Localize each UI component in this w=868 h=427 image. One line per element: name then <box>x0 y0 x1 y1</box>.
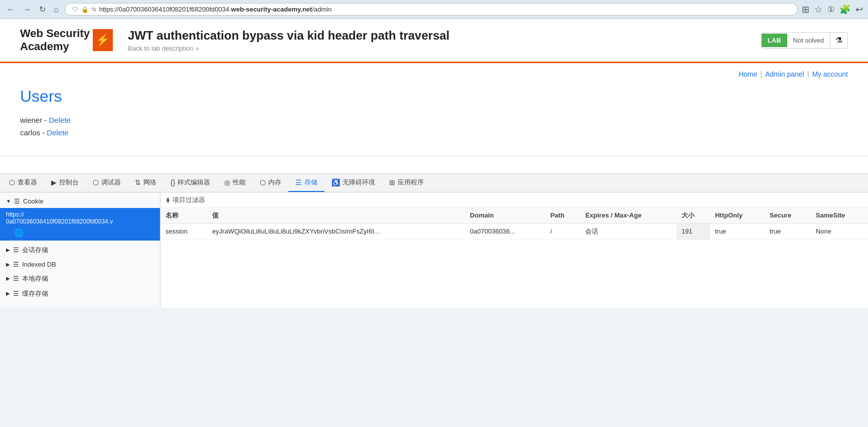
delete-wiener-link[interactable]: Delete <box>49 116 71 124</box>
pip-icon: ⇆ <box>92 6 96 13</box>
tab-applications[interactable]: ⊞ 应用程序 <box>382 174 431 192</box>
style-icon: {} <box>170 178 175 186</box>
tab-inspector[interactable]: ⬡ 查看器 <box>2 174 44 192</box>
cache-db-icon: ☰ <box>13 290 19 297</box>
sidebar-local-storage[interactable]: ▶ ☰ 本地存储 <box>0 271 160 286</box>
memory-icon: ⬡ <box>260 178 266 186</box>
tab-inspector-label: 查看器 <box>18 178 37 187</box>
page-nav: Home | Admin panel | My account <box>0 63 868 82</box>
back-to-description-link[interactable]: Back to lab description » <box>128 45 761 52</box>
col-value: 值 <box>207 208 465 224</box>
tab-style-label: 样式编辑器 <box>178 178 210 187</box>
col-name: 名称 <box>160 208 207 224</box>
page-divider <box>0 156 868 156</box>
cache-arrow-icon: ▶ <box>6 291 10 296</box>
sidebar-indexed-db[interactable]: ▶ ☰ Indexed DB <box>0 258 160 271</box>
home-link[interactable]: Home <box>739 70 757 78</box>
back-button[interactable]: ← <box>5 4 17 15</box>
lock-icon: 🔒 <box>81 6 89 13</box>
bookmark-icon[interactable]: ☆ <box>814 4 822 15</box>
local-arrow-icon: ▶ <box>6 276 10 281</box>
table-header-row: 名称 值 Domain Path Expires / Max-Age 大小 Ht… <box>160 208 868 224</box>
network-icon: ⇅ <box>135 178 141 186</box>
url-domain: web-security-academy.net <box>231 6 312 13</box>
users-title: Users <box>20 87 848 106</box>
tab-debugger-label: 调试器 <box>101 178 121 187</box>
browser-actions: ⊞ ☆ ① 🧩 ↩ <box>802 4 863 15</box>
tab-console[interactable]: ▶ 控制台 <box>44 174 86 192</box>
extension-icon[interactable]: 🧩 <box>839 4 850 15</box>
lab-badge: LAB <box>762 34 787 47</box>
user-name-wiener: wiener - <box>20 116 49 124</box>
user-name-carlos: carlos - <box>20 128 47 137</box>
indexed-db-icon: ☰ <box>13 261 19 268</box>
tab-apps-label: 应用程序 <box>398 178 424 187</box>
indexed-db-label: Indexed DB <box>22 261 56 268</box>
reload-button[interactable]: ↻ <box>37 4 48 15</box>
forward-button[interactable]: → <box>21 4 33 15</box>
cell-size: 191 <box>676 223 710 240</box>
filter-icon: ⧫ <box>166 196 169 203</box>
logo-icon: ⚡ <box>93 29 113 51</box>
a11y-icon: ♿ <box>331 178 340 186</box>
separator-2: | <box>807 70 809 78</box>
undo-icon[interactable]: ↩ <box>855 4 863 15</box>
admin-panel-link[interactable]: Admin panel <box>765 70 804 78</box>
browser-chrome: ← → ↻ ⌂ 🛡 🔒 ⇆ https://0a070036036410f082… <box>0 0 868 19</box>
sidebar-url-text: https:// <box>6 211 154 218</box>
local-db-icon: ☰ <box>13 275 19 282</box>
devtools-main-panel: ⧫ 项目过滤器 名称 值 Domain Path Expires / Max-A… <box>160 192 868 308</box>
cookie-section: ▼ ☰ Cookie https:// 0a070036036410f08201… <box>0 192 160 243</box>
delete-carlos-link[interactable]: Delete <box>47 128 68 137</box>
session-db-icon: ☰ <box>13 246 19 254</box>
sidebar-cache-storage[interactable]: ▶ ☰ 缓存存储 <box>0 286 160 301</box>
my-account-link[interactable]: My account <box>812 70 848 78</box>
tab-network[interactable]: ⇅ 网络 <box>128 174 163 192</box>
lab-status: LAB Not solved ⚗ <box>761 32 848 49</box>
sidebar-url-item[interactable]: https:// 0a070036036410f08201f68200fd003… <box>0 208 160 227</box>
cell-path: / <box>545 223 580 240</box>
col-expires: Expires / Max-Age <box>580 208 676 224</box>
lab-title: JWT authentication bypass via kid header… <box>128 29 761 43</box>
tab-debugger[interactable]: ⬡ 调试器 <box>86 174 128 192</box>
tab-network-label: 网络 <box>143 178 156 187</box>
tab-console-label: 控制台 <box>59 178 79 187</box>
tab-storage[interactable]: ☰ 存储 <box>288 174 324 192</box>
tab-style-editor[interactable]: {} 样式编辑器 <box>163 174 217 192</box>
col-domain: Domain <box>465 208 545 224</box>
page-content: Home | Admin panel | My account Users wi… <box>0 63 868 173</box>
tab-memory[interactable]: ⬡ 内存 <box>253 174 288 192</box>
console-icon: ▶ <box>51 178 57 186</box>
cell-expires: 会话 <box>580 223 676 240</box>
apps-icon: ⊞ <box>389 178 395 186</box>
cookie-label: Cookie <box>23 197 43 205</box>
cell-value: eyJraWQiOiluLi8uLi8uLi8uLi9kZXYvbnVsbCIs… <box>207 223 465 240</box>
address-bar[interactable]: 🛡 🔒 ⇆ https://0a070036036410f08201f68200… <box>65 3 798 16</box>
col-httponly: HttpOnly <box>710 208 765 224</box>
page-main: Users wiener - Delete carlos - Delete <box>0 82 868 156</box>
devtools-sidebar: ▼ ☰ Cookie https:// 0a070036036410f08201… <box>0 192 160 308</box>
cell-domain: 0a070036036... <box>465 223 545 240</box>
user-row-wiener: wiener - Delete <box>20 116 848 124</box>
table-row[interactable]: session eyJraWQiOiluLi8uLi8uLi8uLi9kZXYv… <box>160 223 868 240</box>
sidebar-globe-row: 🌐 <box>0 227 160 241</box>
tab-performance[interactable]: ◎ 性能 <box>217 174 253 192</box>
separator-1: | <box>760 70 762 78</box>
indexed-arrow-icon: ▶ <box>6 262 10 267</box>
cell-samesite: None <box>811 223 868 240</box>
tab-memory-label: 内存 <box>268 178 281 187</box>
notification-icon[interactable]: ① <box>827 5 834 14</box>
col-samesite: SameSite <box>811 208 868 224</box>
tab-performance-label: 性能 <box>233 178 246 187</box>
home-button[interactable]: ⌂ <box>52 4 61 15</box>
cache-storage-label: 缓存存储 <box>22 289 48 298</box>
sidebar-session-storage[interactable]: ▶ ☰ 会话存储 <box>0 243 160 258</box>
devtools-tab-bar: ⬡ 查看器 ▶ 控制台 ⬡ 调试器 ⇅ 网络 {} 样式编辑器 ◎ 性能 ⬡ 内… <box>0 174 868 192</box>
qr-icon[interactable]: ⊞ <box>802 4 809 15</box>
cookie-db-icon: ☰ <box>14 197 20 205</box>
flask-button[interactable]: ⚗ <box>830 33 847 48</box>
inspector-icon: ⬡ <box>9 178 15 186</box>
logo-area: Web Security Academy ⚡ <box>20 27 113 54</box>
sidebar-cookie-toggle[interactable]: ▼ ☰ Cookie <box>0 194 160 208</box>
tab-accessibility[interactable]: ♿ 无障碍环境 <box>324 174 382 192</box>
